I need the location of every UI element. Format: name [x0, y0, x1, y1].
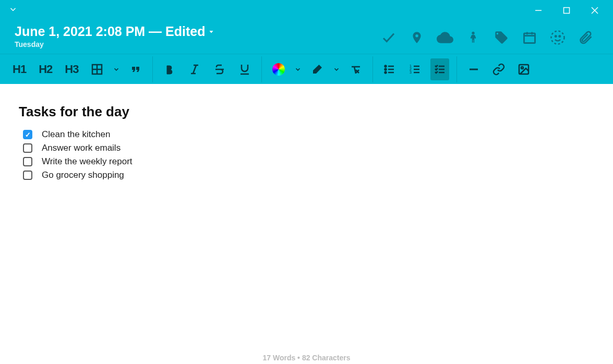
svg-point-10 — [551, 31, 564, 44]
task-label: Answer work emails — [42, 143, 121, 153]
done-icon[interactable] — [380, 29, 397, 46]
status-bar: 17 Words • 82 Characters — [0, 354, 613, 362]
maximize-button[interactable] — [559, 3, 574, 18]
entry-title[interactable]: June 1, 2021 2:08 PM — Edited — [15, 24, 214, 39]
highlight-button[interactable] — [308, 58, 327, 80]
task-label: Go grocery shopping — [42, 170, 124, 180]
svg-line-18 — [193, 65, 196, 74]
task-item: Clean the kitchen — [23, 129, 594, 140]
task-item: Write the weekly report — [23, 156, 594, 167]
cloud-icon[interactable] — [437, 29, 453, 46]
format-toolbar: H1 H2 H3 — [0, 54, 613, 84]
quote-button[interactable] — [126, 58, 145, 80]
task-item: Answer work emails — [23, 143, 594, 153]
svg-marker-4 — [210, 31, 213, 33]
numbered-list-button[interactable]: 123 — [405, 58, 424, 80]
minimize-button[interactable] — [531, 3, 546, 18]
strikethrough-button[interactable] — [210, 58, 229, 80]
titlebar — [0, 0, 613, 21]
task-checklist: Clean the kitchen Answer work emails Wri… — [19, 129, 594, 180]
calendar-icon[interactable] — [521, 29, 538, 46]
underline-button[interactable] — [235, 58, 254, 80]
svg-point-12 — [559, 35, 561, 37]
entry-title-text: June 1, 2021 2:08 PM — Edited — [15, 24, 205, 39]
text-color-dropdown[interactable] — [294, 58, 302, 80]
editor-content[interactable]: Tasks for the day Clean the kitchen Answ… — [0, 84, 613, 344]
italic-button[interactable] — [185, 58, 204, 80]
horizontal-rule-button[interactable] — [464, 58, 483, 80]
emoji-icon[interactable] — [549, 29, 566, 46]
heading3-button[interactable]: H3 — [62, 58, 81, 80]
task-checkbox[interactable] — [23, 130, 32, 139]
svg-point-38 — [521, 67, 523, 69]
person-icon[interactable] — [465, 29, 482, 46]
entry-subtitle: Tuesday — [15, 40, 214, 48]
location-icon[interactable] — [408, 29, 425, 46]
bold-button[interactable] — [160, 58, 179, 80]
checklist-button[interactable] — [430, 58, 449, 80]
svg-point-11 — [555, 35, 557, 37]
table-button[interactable] — [88, 58, 106, 80]
color-wheel-icon — [272, 63, 285, 76]
entry-header: June 1, 2021 2:08 PM — Edited Tuesday — [0, 21, 613, 54]
tag-icon[interactable] — [493, 29, 510, 46]
svg-point-26 — [385, 71, 387, 73]
svg-rect-6 — [524, 33, 535, 43]
link-button[interactable] — [489, 58, 508, 80]
task-checkbox[interactable] — [23, 143, 32, 153]
clear-format-button[interactable] — [346, 58, 365, 80]
svg-point-24 — [385, 65, 387, 67]
highlight-dropdown[interactable] — [333, 58, 340, 80]
text-color-button[interactable] — [269, 58, 288, 80]
close-button[interactable] — [587, 3, 603, 18]
svg-rect-1 — [564, 8, 570, 14]
task-item: Go grocery shopping — [23, 170, 594, 180]
heading1-button[interactable]: H1 — [9, 58, 29, 80]
table-dropdown-button[interactable] — [113, 58, 120, 80]
bullet-list-button[interactable] — [380, 58, 399, 80]
task-label: Clean the kitchen — [42, 129, 110, 140]
task-checkbox[interactable] — [23, 171, 32, 180]
word-count: 17 Words • 82 Characters — [262, 354, 350, 362]
svg-text:3: 3 — [410, 70, 412, 74]
heading2-button[interactable]: H2 — [35, 58, 55, 80]
content-heading: Tasks for the day — [19, 104, 594, 120]
image-button[interactable] — [514, 58, 533, 80]
svg-point-5 — [472, 32, 474, 34]
task-label: Write the weekly report — [42, 156, 133, 167]
task-checkbox[interactable] — [23, 157, 32, 166]
dropdown-caret-icon — [208, 29, 214, 35]
attachment-icon[interactable] — [578, 29, 594, 46]
svg-point-25 — [385, 68, 387, 70]
menu-chevron-icon[interactable] — [4, 1, 22, 20]
